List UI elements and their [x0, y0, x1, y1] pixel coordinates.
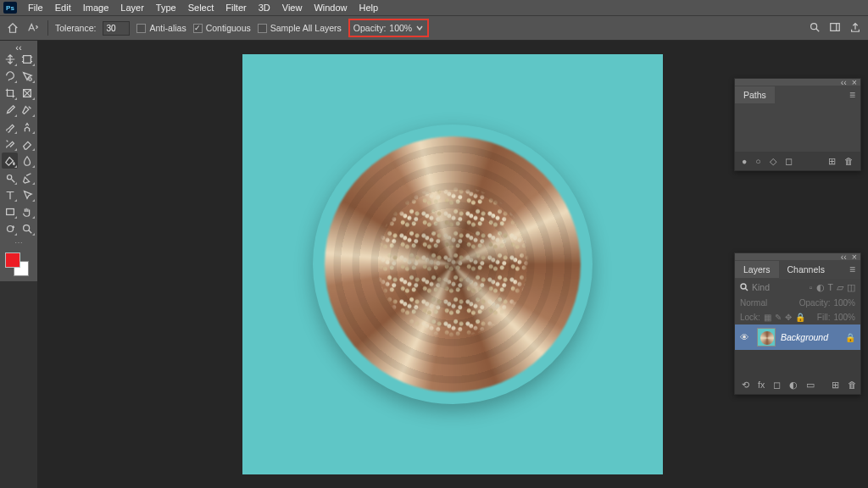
- antialias-checkbox[interactable]: Anti-alias: [136, 23, 186, 33]
- panel-menu-icon[interactable]: ≡: [844, 86, 860, 104]
- color-swatches[interactable]: [2, 252, 36, 278]
- tool-paint-bucket[interactable]: [2, 152, 18, 169]
- menu-help[interactable]: Help: [353, 1, 385, 14]
- layer-opacity-label: Opacity:: [799, 298, 831, 308]
- panel-grip[interactable]: ‹‹: [2, 44, 36, 51]
- tool-eraser[interactable]: [19, 136, 36, 152]
- menu-window[interactable]: Window: [308, 1, 353, 14]
- sample-all-layers-checkbox[interactable]: Sample All Layers: [258, 23, 342, 33]
- delete-path-icon[interactable]: 🗑: [844, 156, 854, 166]
- layer-row[interactable]: 👁 Background 🔒: [735, 324, 860, 350]
- group-icon[interactable]: ▭: [806, 380, 815, 390]
- visibility-icon[interactable]: 👁: [740, 332, 752, 342]
- filter-adjust-icon[interactable]: ◐: [816, 282, 825, 292]
- svg-rect-1: [831, 24, 840, 31]
- antialias-label: Anti-alias: [149, 23, 186, 33]
- share-icon[interactable]: [849, 21, 861, 35]
- layer-opacity-value[interactable]: 100%: [833, 298, 855, 308]
- lock-icon: 🔒: [845, 333, 855, 342]
- svg-point-5: [7, 175, 11, 179]
- tool-hand[interactable]: [19, 203, 36, 219]
- menu-view[interactable]: View: [276, 1, 309, 14]
- tools-panel: ‹‹ ⋯: [0, 41, 37, 281]
- new-path-icon[interactable]: ⊞: [828, 156, 836, 166]
- fill-value[interactable]: 100%: [833, 313, 855, 322]
- contiguous-checkbox[interactable]: Contiguous: [193, 23, 251, 33]
- tool-clone[interactable]: [19, 119, 36, 135]
- contiguous-label: Contiguous: [206, 23, 251, 33]
- lock-brush-icon[interactable]: ✎: [775, 313, 782, 322]
- tool-frame[interactable]: [19, 85, 36, 101]
- tool-eyedropper[interactable]: [2, 102, 18, 118]
- edit-toolbar-button[interactable]: ⋯: [2, 238, 36, 247]
- opacity-value: 100%: [389, 23, 412, 33]
- menu-file[interactable]: File: [22, 1, 49, 14]
- filter-kind-label[interactable]: Kind: [752, 282, 770, 292]
- layers-panel: ‹‹× Layers Channels ≡ Kind ▫ ◐ T ▱ ◫ Nor…: [734, 252, 861, 395]
- filter-type-icon[interactable]: T: [828, 282, 833, 292]
- tool-history-brush[interactable]: [2, 136, 18, 152]
- separator: [47, 20, 48, 36]
- tab-layers[interactable]: Layers: [735, 261, 779, 278]
- menu-layer[interactable]: Layer: [114, 1, 150, 14]
- opacity-control-highlighted[interactable]: Opacity: 100%: [348, 19, 429, 37]
- menu-3d[interactable]: 3D: [253, 1, 276, 14]
- canvas-image-detail: [376, 185, 529, 337]
- tool-lasso[interactable]: [2, 68, 18, 84]
- tab-paths[interactable]: Paths: [735, 86, 775, 103]
- options-bar: Tolerance: Anti-alias Contiguous Sample …: [0, 15, 868, 41]
- path-selection-icon[interactable]: ◇: [770, 156, 776, 166]
- mask-path-icon[interactable]: ◻: [785, 156, 793, 166]
- menu-select[interactable]: Select: [182, 1, 220, 14]
- menu-filter[interactable]: Filter: [220, 1, 252, 14]
- layer-name[interactable]: Background: [781, 332, 828, 342]
- tool-move[interactable]: [2, 51, 18, 67]
- menu-edit[interactable]: Edit: [49, 1, 77, 14]
- tool-heal[interactable]: [19, 102, 36, 118]
- tool-rectangle[interactable]: [2, 203, 18, 219]
- tolerance-input[interactable]: [103, 21, 130, 36]
- foreground-color-swatch[interactable]: [5, 252, 20, 268]
- link-layers-icon[interactable]: ⟲: [742, 380, 749, 390]
- delete-layer-icon[interactable]: 🗑: [848, 380, 857, 390]
- paths-panel: ‹‹× Paths ≡ ● ○ ◇ ◻ ⊞ 🗑: [734, 78, 861, 171]
- tool-rotate-view[interactable]: [2, 220, 18, 236]
- menu-type[interactable]: Type: [150, 1, 182, 14]
- tab-channels[interactable]: Channels: [779, 261, 833, 278]
- adjustment-layer-icon[interactable]: ◐: [789, 380, 798, 390]
- tool-crop[interactable]: [2, 85, 18, 101]
- menu-image[interactable]: Image: [77, 1, 115, 14]
- filter-pixel-icon[interactable]: ▫: [810, 282, 813, 292]
- workspace-switcher-icon[interactable]: [829, 21, 841, 35]
- filter-smart-icon[interactable]: ◫: [847, 282, 855, 292]
- svg-point-7: [24, 225, 30, 230]
- layer-fx-icon[interactable]: fx: [758, 380, 765, 390]
- tool-artboard[interactable]: [19, 51, 36, 67]
- panel-menu-icon[interactable]: ≡: [844, 260, 860, 279]
- tool-type[interactable]: [2, 186, 18, 202]
- tool-path-select[interactable]: [19, 186, 36, 202]
- lock-all-icon[interactable]: 🔒: [795, 313, 805, 322]
- menu-bar: Ps File Edit Image Layer Type Select Fil…: [0, 0, 868, 15]
- new-layer-icon[interactable]: ⊞: [832, 380, 839, 390]
- stroke-path-icon[interactable]: ○: [755, 156, 760, 166]
- tool-zoom[interactable]: [19, 220, 36, 236]
- tool-brush[interactable]: [2, 119, 18, 135]
- home-icon[interactable]: [7, 22, 19, 34]
- blend-mode-dropdown[interactable]: Normal: [740, 298, 767, 308]
- layer-mask-icon[interactable]: ◻: [773, 380, 781, 390]
- tool-preset-button[interactable]: [25, 21, 41, 35]
- tool-blur[interactable]: [19, 152, 36, 169]
- search-icon[interactable]: [809, 21, 821, 35]
- layer-thumbnail[interactable]: [757, 328, 776, 347]
- tool-quick-select[interactable]: [19, 68, 36, 84]
- canvas[interactable]: [242, 54, 663, 474]
- layer-list: 👁 Background 🔒: [735, 324, 860, 375]
- lock-transparent-icon[interactable]: ▦: [764, 313, 771, 322]
- fill-path-icon[interactable]: ●: [742, 156, 747, 166]
- filter-shape-icon[interactable]: ▱: [837, 282, 843, 292]
- lock-position-icon[interactable]: ✥: [785, 313, 792, 322]
- tool-dodge[interactable]: [2, 169, 18, 186]
- tool-pen[interactable]: [19, 169, 36, 186]
- search-icon[interactable]: [740, 283, 748, 291]
